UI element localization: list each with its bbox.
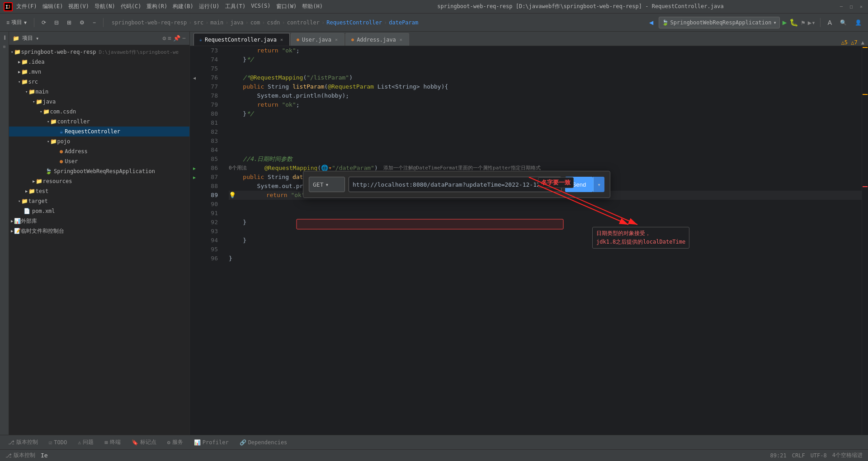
- tab-address[interactable]: ● Address.java ✕: [345, 33, 409, 46]
- tree-java[interactable]: ▾ 📁 java: [9, 97, 189, 107]
- bottom-tab-bookmarks[interactable]: 🔖 标记点: [127, 437, 161, 448]
- sidebar-icons: ▐ ⊞: [0, 32, 9, 435]
- status-encoding[interactable]: UTF-8: [811, 452, 827, 459]
- menu-build[interactable]: 构建(B): [173, 3, 193, 10]
- tree-controller[interactable]: ▾ 📁 controller: [9, 117, 189, 127]
- menu-window[interactable]: 窗口(W): [276, 3, 297, 10]
- project-header-settings[interactable]: ⚙: [163, 35, 166, 42]
- status-line-col[interactable]: 89:21: [770, 452, 787, 459]
- toolbar-minimize-panel-btn[interactable]: −: [90, 16, 99, 29]
- navigate-back-btn[interactable]: ◀: [646, 16, 656, 29]
- status-git[interactable]: ⎇ 版本控制: [5, 452, 35, 459]
- more-run-options[interactable]: ▶▾: [808, 19, 816, 26]
- tab-close-address[interactable]: ✕: [399, 37, 403, 42]
- run-here-87[interactable]: ▶: [193, 175, 196, 180]
- bottom-tab-services[interactable]: ⚙ 服务: [163, 437, 188, 448]
- bottom-tab-dependencies[interactable]: 🔗 Dependencies: [235, 437, 292, 447]
- search-btn[interactable]: 🔍: [837, 16, 849, 29]
- menu-navigate[interactable]: 导航(N): [94, 3, 115, 10]
- tree-resources[interactable]: ▶ 📁 resources: [9, 176, 189, 186]
- toolbar-settings-btn[interactable]: ⚙: [77, 16, 87, 29]
- project-header-right[interactable]: ⚙ ≡ 📌 −: [163, 35, 186, 42]
- send-dropdown[interactable]: ▾: [593, 177, 604, 192]
- tree-user[interactable]: ● User: [9, 156, 189, 166]
- tree-root[interactable]: ▾ 📁 springboot-web-req-resp D:\javawebf作…: [9, 47, 189, 57]
- status-indent[interactable]: 4个空格缩进: [832, 452, 863, 459]
- tree-main[interactable]: ▾ 📁 main: [9, 87, 189, 97]
- debug-button[interactable]: 🐛: [789, 18, 798, 27]
- right-gutter: [862, 46, 868, 435]
- idea-folder-icon: 📁: [21, 59, 28, 65]
- tree-idea[interactable]: ▶ 📁 .idea: [9, 57, 189, 67]
- menu-vcs[interactable]: VCS(S): [251, 3, 270, 10]
- breadcrumb-main[interactable]: main: [210, 19, 223, 26]
- run-here-86[interactable]: ▶: [193, 166, 196, 171]
- main-layout: ▐ ⊞ 📁 项目 ▾ ⚙ ≡ 📌 − ▾ 📁 springboot-web: [0, 32, 868, 435]
- maximize-button[interactable]: □: [848, 4, 854, 10]
- tree-scratches[interactable]: ▶ 📝 临时文件和控制台: [9, 226, 189, 236]
- menu-code[interactable]: 代码(C): [121, 3, 142, 10]
- breadcrumb-src[interactable]: src: [193, 19, 203, 26]
- http-url-input[interactable]: [349, 177, 561, 192]
- minimize-button[interactable]: ─: [838, 4, 844, 10]
- menu-edit[interactable]: 编辑(E): [42, 3, 63, 10]
- breadcrumb-java[interactable]: java: [231, 19, 244, 26]
- tree-target[interactable]: ▾ 📁 target: [9, 196, 189, 206]
- breadcrumb-project[interactable]: springboot-web-req-resp: [112, 19, 187, 26]
- bottom-tab-terminal[interactable]: ⊞ 终端: [100, 437, 125, 448]
- breadcrumb-csdn[interactable]: csdn: [267, 19, 280, 26]
- menu-run[interactable]: 运行(U): [199, 3, 220, 10]
- expand-editor-btn[interactable]: ▲: [861, 39, 864, 46]
- tabs-bar: ☕ RequestController.java ✕ ● User.java ✕…: [190, 32, 868, 46]
- breakpoint-76[interactable]: ◀: [193, 75, 196, 80]
- toolbar-refresh-btn[interactable]: ⟳: [39, 16, 49, 29]
- tree-springboot-app[interactable]: 🍃 SpringbootWebReqRespApplication: [9, 166, 189, 176]
- bottom-tab-problems[interactable]: ⚠ 问题: [73, 437, 98, 448]
- close-button[interactable]: ✕: [858, 4, 864, 10]
- tab-requestcontroller[interactable]: ☕ RequestController.java ✕: [193, 33, 290, 46]
- breadcrumb-method[interactable]: dateParam: [389, 19, 418, 26]
- toolbar-expand-btn[interactable]: ⊞: [64, 16, 74, 29]
- project-header-pin[interactable]: 📌: [173, 35, 180, 42]
- menu-help[interactable]: 帮助(H): [302, 3, 323, 10]
- menu-bar[interactable]: 文件(F) 编辑(E) 视图(V) 导航(N) 代码(C) 重构(R) 构建(B…: [16, 3, 323, 10]
- tree-mvn[interactable]: ▶ 📁 .mvn: [9, 67, 189, 77]
- sidebar-icon-2[interactable]: ⊞: [0, 42, 9, 51]
- profile-btn[interactable]: 👤: [852, 16, 864, 29]
- bottom-tab-vcs[interactable]: ⎇ 版本控制: [4, 437, 42, 448]
- menu-tools[interactable]: 工具(T): [225, 3, 246, 10]
- tree-pojo[interactable]: ▾ 📁 pojo: [9, 136, 189, 146]
- tab-close-rc[interactable]: ✕: [279, 37, 284, 42]
- tree-src[interactable]: ▾ 📁 src: [9, 77, 189, 87]
- tree-external-libs[interactable]: ▶ 📊 外部库: [9, 216, 189, 226]
- project-header-collapse[interactable]: ≡: [168, 35, 171, 42]
- tab-close-user[interactable]: ✕: [334, 37, 339, 42]
- bottom-tab-todo[interactable]: ☑ TODO: [44, 437, 71, 447]
- http-method-select[interactable]: GET ▾: [309, 177, 345, 192]
- sidebar-icon-1[interactable]: ▐: [0, 33, 9, 42]
- menu-view[interactable]: 视图(V): [68, 3, 89, 10]
- run-button[interactable]: ▶: [783, 18, 787, 27]
- project-header-close[interactable]: −: [182, 35, 186, 42]
- window-controls[interactable]: ─ □ ✕: [838, 4, 864, 10]
- tab-user[interactable]: ● User.java ✕: [291, 33, 344, 46]
- breadcrumb-controller[interactable]: controller: [287, 19, 320, 26]
- tree-com-csdn[interactable]: ▾ 📁 com.csdn: [9, 107, 189, 117]
- tab-icon-rc: ☕: [199, 37, 202, 42]
- tree-requestcontroller[interactable]: ☕ RequestController: [9, 127, 189, 136]
- breadcrumb-class[interactable]: RequestController: [326, 19, 382, 26]
- bottom-tab-profiler[interactable]: 📊 Profiler: [189, 437, 233, 447]
- menu-file[interactable]: 文件(F): [16, 3, 37, 10]
- tree-pom[interactable]: 📄 pom.xml: [9, 206, 189, 216]
- breadcrumb-com[interactable]: com: [250, 19, 260, 26]
- menu-refactor[interactable]: 重构(R): [146, 3, 167, 10]
- run-config-dropdown[interactable]: 🍃 SpringbootWebReqRespApplication ▾: [659, 17, 780, 28]
- status-crlf[interactable]: CRLF: [792, 452, 805, 459]
- toolbar-collapse-btn[interactable]: ⊟: [52, 16, 61, 29]
- code-lines[interactable]: return "ok"; }*/ /*@RequestMapping("/lis…: [222, 46, 862, 435]
- coverage-button[interactable]: ⚑: [801, 19, 805, 26]
- tree-test[interactable]: ▶ 📁 test: [9, 186, 189, 196]
- tree-address[interactable]: ● Address: [9, 146, 189, 156]
- toolbar-project-btn[interactable]: ≡ 项目 ▾: [4, 16, 29, 29]
- translate-btn[interactable]: A: [825, 16, 835, 29]
